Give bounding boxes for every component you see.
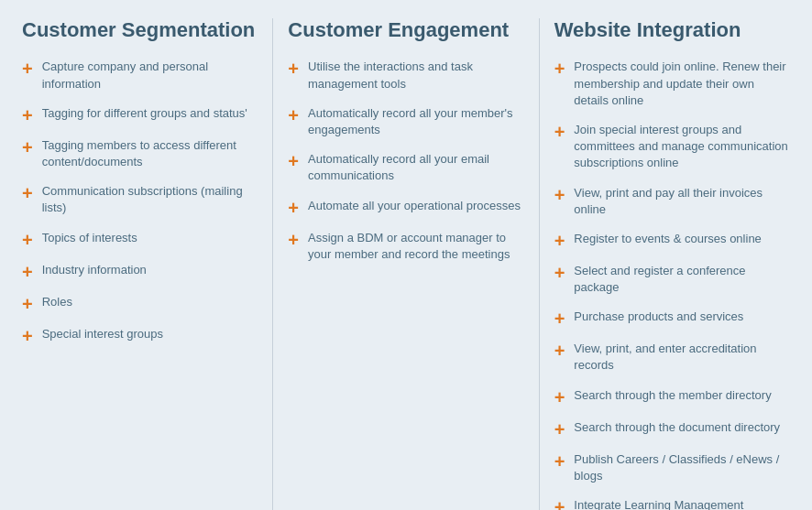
plus-icon: + [554,60,565,78]
plus-icon: + [22,231,33,249]
list-item: +Capture company and personal informatio… [22,59,258,92]
plus-icon: + [22,295,33,313]
list-item: +Automatically record all your member's … [288,105,523,138]
list-item: +Tagging for different groups and status… [22,105,258,125]
item-text: Capture company and personal information [42,59,258,92]
list-item: +Automatically record all your email com… [288,151,523,184]
item-text: Topics of interests [42,230,137,246]
plus-icon: + [554,420,565,439]
column-divider [272,18,273,510]
list-item: +Utilise the interactions and task manag… [288,59,523,92]
plus-icon: + [554,452,565,471]
plus-icon: + [288,199,299,217]
column-title-customer-engagement: Customer Engagement [288,18,523,42]
item-text: Register to events & courses online [574,231,762,247]
list-item: +Publish Careers / Classifieds / eNews /… [554,451,790,484]
list-item: +Topics of interests [22,230,258,249]
list-item: +View, print, and enter accreditation re… [554,341,790,374]
item-text: View, print, and enter accreditation rec… [574,341,790,374]
item-text: Roles [42,294,72,310]
plus-icon: + [554,498,565,510]
plus-icon: + [22,138,33,157]
item-text: Special interest groups [42,326,163,342]
item-text: Join special interest groups and committ… [574,122,790,172]
item-text: Tagging members to access different cont… [42,137,258,170]
plus-icon: + [288,106,299,125]
list-item: +Prospects could join online. Renew thei… [554,59,790,109]
column-customer-engagement: Customer Engagement+Utilise the interact… [277,18,534,276]
main-columns: Customer Segmentation+Capture company an… [22,18,790,510]
list-item: +Integrate Learning Management Systems [554,497,790,510]
item-text: Automatically record all your email comm… [308,151,524,184]
item-text: Automate all your operational processes [308,198,521,214]
list-item: +Roles [22,294,258,313]
column-title-website-integration: Website Integration [554,18,790,42]
list-item: +Automate all your operational processes [288,198,523,217]
plus-icon: + [22,263,33,281]
list-item: +Search through the member directory [554,387,790,407]
list-item: +Search through the document directory [554,419,790,439]
item-text: Purchase products and services [574,309,743,325]
plus-icon: + [288,152,299,170]
item-text: Tagging for different groups and status' [42,105,247,122]
item-text: Automatically record all your member's e… [308,105,524,138]
list-item: +Join special interest groups and commit… [554,122,790,172]
item-text: Prospects could join online. Renew their… [574,59,790,109]
list-item: +Select and register a conference packag… [554,263,790,296]
list-item: +Tagging members to access different con… [22,137,258,170]
plus-icon: + [22,106,33,125]
plus-icon: + [22,60,33,78]
list-item: +Communication subscriptions (mailing li… [22,183,258,216]
item-text: View, print and pay all their invoices o… [574,185,790,218]
plus-icon: + [554,342,565,360]
list-item: +Purchase products and services [554,309,790,328]
item-text: Search through the member directory [574,387,771,404]
item-text: Search through the document directory [574,419,780,436]
plus-icon: + [288,60,299,78]
plus-icon: + [554,388,565,407]
plus-icon: + [554,123,565,141]
item-text: Utilise the interactions and task manage… [308,59,524,92]
item-text: Industry information [42,262,147,278]
plus-icon: + [554,309,565,328]
item-text: Integrate Learning Management Systems [574,497,790,510]
item-text: Select and register a conference package [574,263,790,296]
list-item: +Assign a BDM or account manager to your… [288,230,523,263]
column-customer-segmentation: Customer Segmentation+Capture company an… [22,18,269,358]
list-item: +View, print and pay all their invoices … [554,185,790,218]
list-item: +Register to events & courses online [554,231,790,250]
item-text: Assign a BDM or account manager to your … [308,230,524,263]
item-text: Communication subscriptions (mailing lis… [42,183,258,216]
plus-icon: + [22,327,33,345]
column-divider [539,18,540,510]
list-item: +Industry information [22,262,258,281]
plus-icon: + [554,186,565,204]
plus-icon: + [288,231,299,249]
column-website-integration: Website Integration+Prospects could join… [543,18,790,510]
column-title-customer-segmentation: Customer Segmentation [22,18,258,42]
plus-icon: + [554,232,565,250]
item-text: Publish Careers / Classifieds / eNews / … [574,451,790,484]
plus-icon: + [554,264,565,282]
list-item: +Special interest groups [22,326,258,345]
plus-icon: + [22,184,33,202]
